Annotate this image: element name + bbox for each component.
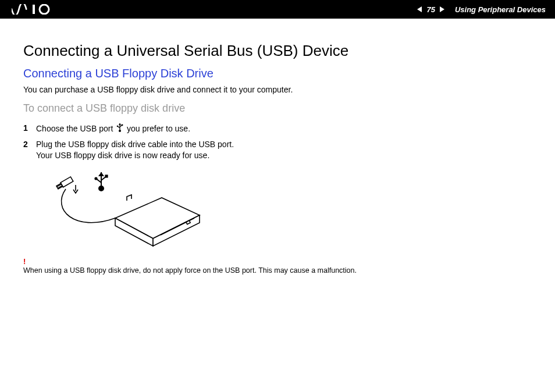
header-nav: 75 Using Peripheral Devices bbox=[417, 5, 546, 14]
step-text-post: you prefer to use. bbox=[124, 124, 190, 133]
step-text-line1: Plug the USB floppy disk drive cable int… bbox=[36, 140, 234, 149]
warning-icon: ! bbox=[23, 257, 532, 266]
svg-point-4 bbox=[117, 126, 119, 127]
svg-rect-5 bbox=[122, 124, 123, 126]
vaio-logo bbox=[12, 4, 62, 15]
arrow-right-icon bbox=[439, 6, 444, 12]
intro-text: You can purchase a USB floppy disk drive… bbox=[23, 85, 532, 94]
page-content: Connecting a Universal Serial Bus (USB) … bbox=[0, 19, 555, 275]
step-2: 2 Plug the USB floppy disk drive cable i… bbox=[23, 139, 532, 162]
step-text-pre: Choose the USB port bbox=[36, 124, 115, 133]
floppy-drive-illustration bbox=[40, 169, 532, 252]
page-number: 75 bbox=[426, 5, 435, 14]
page-title: Connecting a Universal Serial Bus (USB) … bbox=[23, 42, 532, 60]
step-body: Choose the USB port you prefer to use. bbox=[36, 123, 532, 136]
svg-rect-9 bbox=[105, 174, 108, 177]
next-page-button[interactable] bbox=[439, 6, 444, 12]
svg-rect-0 bbox=[33, 5, 35, 14]
steps-list: 1 Choose the USB port you prefer to use.… bbox=[23, 123, 532, 162]
section-title: Using Peripheral Devices bbox=[455, 5, 546, 14]
prev-page-button[interactable] bbox=[417, 6, 423, 12]
page-subtitle: Connecting a USB Floppy Disk Drive bbox=[23, 67, 532, 80]
task-heading: To connect a USB floppy disk drive bbox=[23, 102, 532, 115]
arrow-left-icon bbox=[417, 6, 423, 12]
step-number: 1 bbox=[23, 123, 36, 136]
step-number: 2 bbox=[23, 139, 36, 162]
usb-icon bbox=[116, 123, 123, 136]
step-body: Plug the USB floppy disk drive cable int… bbox=[36, 139, 532, 162]
svg-point-1 bbox=[40, 5, 49, 14]
warning-note: ! When using a USB floppy disk drive, do… bbox=[23, 257, 532, 275]
vaio-logo-icon bbox=[12, 4, 62, 15]
step-text-line2: Your USB floppy disk drive is now ready … bbox=[36, 151, 209, 160]
header-bar: 75 Using Peripheral Devices bbox=[0, 0, 555, 19]
warning-text: When using a USB floppy disk drive, do n… bbox=[23, 266, 357, 275]
step-1: 1 Choose the USB port you prefer to use. bbox=[23, 123, 532, 136]
svg-point-8 bbox=[94, 177, 97, 180]
